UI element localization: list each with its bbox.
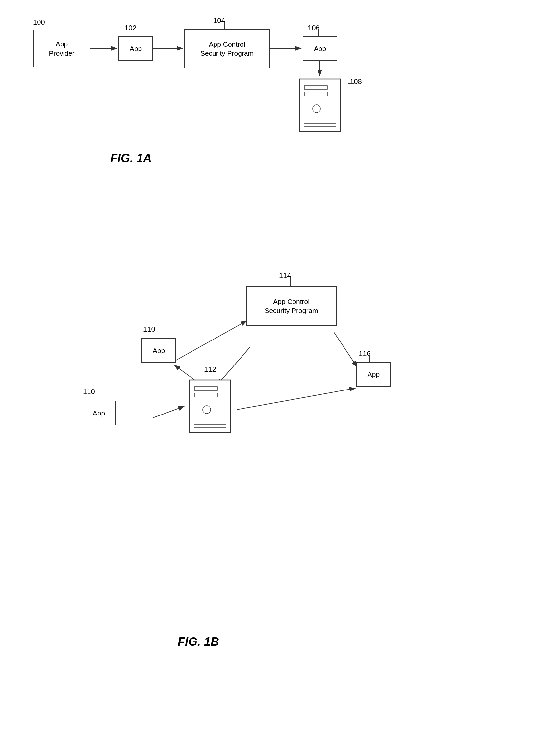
box-app-110b: App	[82, 401, 116, 425]
svg-point-21	[203, 406, 211, 413]
svg-rect-2	[304, 92, 327, 96]
server-112	[183, 377, 237, 443]
box-acsp-114: App ControlSecurity Program	[246, 286, 337, 326]
ref-108: 108	[350, 77, 362, 86]
svg-rect-1	[304, 85, 327, 89]
svg-line-12	[176, 321, 247, 360]
svg-line-13	[334, 332, 357, 367]
svg-rect-19	[195, 387, 218, 390]
svg-line-17	[237, 388, 355, 410]
ref-110a: 110	[143, 325, 155, 333]
ref-104: 104	[213, 17, 225, 25]
box-app-106: App	[303, 36, 337, 61]
box-acsp-104: App ControlSecurity Program	[184, 29, 270, 68]
svg-point-3	[313, 105, 320, 113]
ref-106: 106	[308, 24, 320, 32]
ref-114: 114	[279, 271, 291, 280]
page: AppProvider 100 App 102 App ControlSecur…	[0, 0, 560, 755]
ref-112: 112	[204, 365, 216, 374]
box-app-provider: AppProvider	[33, 29, 91, 67]
ref-102: 102	[124, 24, 137, 32]
box-app-102: App	[118, 36, 153, 61]
svg-rect-20	[195, 393, 218, 397]
ref-100: 100	[33, 18, 45, 27]
box-app-116: App	[356, 362, 391, 387]
ref-110b: 110	[83, 388, 95, 396]
fig-1a-label: FIG. 1A	[110, 151, 152, 165]
server-108	[293, 76, 347, 141]
svg-line-16	[153, 406, 184, 418]
box-app-110a: App	[141, 338, 176, 363]
ref-116: 116	[359, 349, 371, 358]
fig-1b-label: FIG. 1B	[178, 635, 219, 649]
